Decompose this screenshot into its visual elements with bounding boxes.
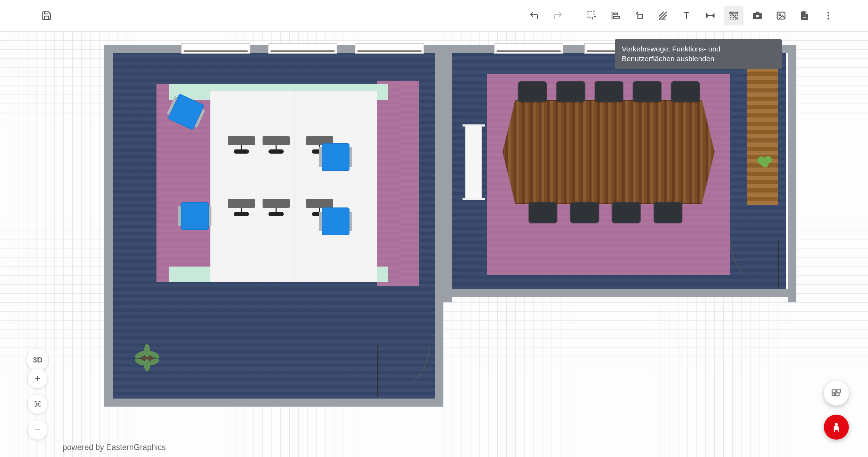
room-office[interactable] — [113, 53, 435, 399]
svg-rect-16 — [803, 17, 806, 18]
hatch-button[interactable] — [653, 6, 673, 25]
sideboard[interactable] — [747, 59, 778, 205]
monitor[interactable] — [263, 199, 290, 208]
monitor[interactable] — [306, 199, 333, 208]
office-chair[interactable] — [181, 202, 209, 230]
svg-rect-4 — [613, 13, 618, 15]
top-toolbar: T — [0, 0, 868, 31]
zoom-fit-button[interactable] — [28, 394, 47, 414]
monitor[interactable] — [263, 136, 290, 145]
window[interactable] — [355, 43, 424, 54]
undo-button[interactable] — [524, 6, 544, 25]
meeting-chair[interactable] — [570, 202, 599, 223]
svg-point-17 — [828, 12, 829, 14]
save-button[interactable] — [37, 6, 56, 25]
svg-point-19 — [828, 18, 829, 19]
document-button[interactable] — [795, 6, 814, 25]
wall — [435, 45, 452, 302]
wall — [435, 289, 443, 407]
zoom-out-button[interactable] — [28, 420, 47, 440]
svg-rect-0 — [588, 12, 594, 18]
view-mode-button[interactable]: 3D — [27, 349, 48, 371]
monitor[interactable] — [228, 199, 255, 208]
tooltip: Verkehrswege, Funktions- und Benutzerflä… — [615, 39, 782, 69]
credit-text: powered by EasternGraphics — [63, 443, 166, 452]
plant-small[interactable] — [755, 150, 775, 171]
svg-rect-6 — [638, 14, 642, 19]
office-chair[interactable] — [322, 207, 349, 235]
door[interactable] — [730, 240, 779, 289]
canvas[interactable]: powered by EasternGraphics — [0, 31, 868, 457]
desk-cluster[interactable] — [210, 91, 377, 282]
wall — [104, 399, 443, 407]
image-button[interactable] — [771, 6, 791, 25]
office-chair[interactable] — [322, 143, 349, 171]
svg-point-12 — [756, 15, 759, 17]
svg-point-21 — [144, 344, 150, 357]
dimension-button[interactable] — [700, 6, 720, 25]
svg-line-11 — [730, 12, 737, 19]
window[interactable] — [181, 43, 250, 54]
rotate-button[interactable] — [629, 6, 649, 25]
svg-rect-37 — [835, 393, 839, 395]
tooltip-text: Verkehrswege, Funktions- und Benutzerflä… — [622, 45, 721, 63]
whiteboard[interactable] — [465, 126, 482, 199]
more-button[interactable] — [819, 6, 838, 25]
wall — [435, 289, 796, 297]
door[interactable] — [377, 345, 429, 397]
svg-point-14 — [779, 14, 781, 16]
view-mode-label: 3D — [33, 356, 42, 365]
meeting-chair[interactable] — [654, 202, 682, 223]
plant[interactable] — [130, 341, 164, 375]
camera-button[interactable] — [748, 6, 767, 25]
fab-stack — [824, 381, 849, 440]
meeting-chair[interactable] — [671, 81, 700, 102]
room-meeting[interactable] — [452, 53, 786, 289]
floorplan[interactable] — [104, 45, 796, 400]
marquee-select-button[interactable] — [582, 6, 602, 25]
align-button[interactable] — [606, 6, 625, 25]
meeting-chair[interactable] — [595, 81, 623, 102]
text-tool-label: T — [683, 10, 689, 21]
window[interactable] — [494, 43, 563, 54]
furniture-fab[interactable] — [824, 415, 849, 440]
svg-rect-39 — [834, 429, 839, 430]
meeting-chair[interactable] — [556, 81, 585, 102]
svg-rect-15 — [803, 16, 806, 16]
zoom-controls — [28, 369, 47, 440]
svg-rect-35 — [837, 390, 841, 392]
wall — [788, 45, 796, 302]
svg-rect-34 — [832, 390, 836, 392]
window[interactable] — [268, 43, 337, 54]
meeting-chair[interactable] — [529, 202, 557, 223]
toggle-paths-button[interactable] — [724, 6, 744, 25]
svg-point-29 — [762, 161, 769, 168]
svg-point-26 — [144, 359, 150, 372]
text-tool-button[interactable]: T — [677, 6, 696, 25]
wall-tool-fab[interactable] — [824, 381, 849, 406]
wall — [104, 45, 113, 407]
meeting-table[interactable] — [503, 100, 715, 204]
redo-button[interactable] — [548, 6, 568, 25]
meeting-chair[interactable] — [633, 81, 661, 102]
meeting-chair[interactable] — [518, 81, 547, 102]
monitor[interactable] — [228, 136, 255, 145]
zoom-in-button[interactable] — [28, 369, 47, 388]
svg-rect-13 — [777, 12, 785, 19]
svg-rect-32 — [37, 403, 39, 405]
meeting-chair[interactable] — [612, 202, 641, 223]
svg-rect-5 — [613, 17, 620, 18]
svg-point-18 — [828, 15, 829, 17]
svg-rect-36 — [832, 393, 835, 395]
